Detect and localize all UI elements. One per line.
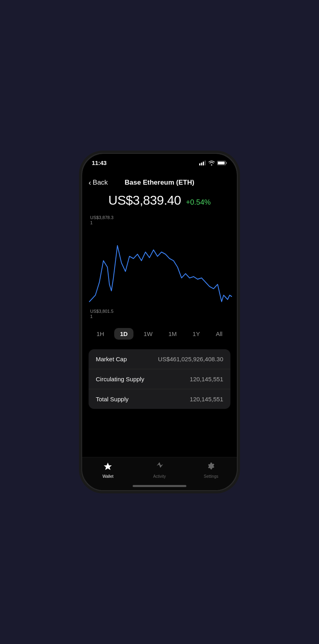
wallet-icon (102, 461, 113, 473)
filter-1y[interactable]: 1Y (187, 328, 206, 340)
battery-icon (217, 161, 227, 165)
dynamic-island (135, 158, 184, 171)
time-filters: 1H 1D 1W 1M 1Y All (82, 323, 237, 346)
price-section: US$3,839.40 +0.54% (82, 188, 237, 211)
total-supply-label: Total Supply (96, 396, 129, 402)
tab-settings[interactable]: Settings (185, 461, 237, 479)
tab-wallet[interactable]: Wallet (82, 461, 134, 479)
total-supply-value: 120,145,551 (190, 396, 223, 402)
circ-supply-value: 120,145,551 (190, 376, 223, 382)
settings-icon (206, 461, 217, 473)
svg-rect-5 (226, 162, 227, 164)
nav-header: ‹ Back Base Ethereum (ETH) (82, 175, 237, 188)
svg-rect-3 (205, 161, 206, 165)
activity-icon (154, 461, 165, 473)
signal-icon (199, 161, 206, 165)
phone-screen: 11:43 (82, 154, 237, 490)
chart-low-label: US$3,801.51 (90, 309, 113, 319)
chart-container: US$3,878.31 US$3,801.51 (82, 211, 237, 323)
filter-1m[interactable]: 1M (163, 328, 182, 340)
filter-1h[interactable]: 1H (91, 328, 110, 340)
wifi-icon (208, 161, 215, 165)
circ-supply-label: Circulating Supply (96, 376, 144, 382)
filter-all[interactable]: All (210, 328, 228, 340)
stats-row-market-cap: Market Cap US$461,025,926,408.30 (89, 349, 230, 369)
tab-activity-label: Activity (153, 474, 166, 479)
price-change: +0.54% (186, 198, 211, 206)
status-time: 11:43 (92, 159, 107, 166)
svg-rect-6 (218, 161, 225, 164)
market-cap-value: US$461,025,926,408.30 (158, 356, 223, 362)
svg-rect-1 (201, 163, 202, 165)
tab-wallet-label: Wallet (103, 474, 113, 479)
filter-1w[interactable]: 1W (138, 328, 158, 340)
status-icons (199, 161, 227, 165)
phone-frame: 11:43 (81, 153, 238, 491)
stats-row-total-supply: Total Supply 120,145,551 (89, 389, 230, 409)
tab-activity[interactable]: Activity (134, 461, 186, 479)
back-chevron-icon: ‹ (89, 178, 91, 187)
svg-rect-2 (203, 161, 204, 165)
price-chart (85, 211, 234, 323)
back-label: Back (93, 179, 108, 187)
svg-rect-0 (199, 163, 200, 165)
filter-1d[interactable]: 1D (114, 328, 133, 340)
market-cap-label: Market Cap (96, 356, 127, 362)
tab-settings-label: Settings (204, 474, 218, 479)
stats-card: Market Cap US$461,025,926,408.30 Circula… (89, 349, 230, 409)
back-button[interactable]: ‹ Back (89, 178, 108, 187)
content-area: ‹ Back Base Ethereum (ETH) US$3,839.40 +… (82, 154, 237, 457)
home-indicator (133, 485, 186, 487)
chart-high-label: US$3,878.31 (90, 215, 113, 225)
page-title: Base Ethereum (ETH) (125, 179, 194, 187)
price-main: US$3,839.40 (108, 193, 181, 207)
stats-row-circ-supply: Circulating Supply 120,145,551 (89, 369, 230, 389)
